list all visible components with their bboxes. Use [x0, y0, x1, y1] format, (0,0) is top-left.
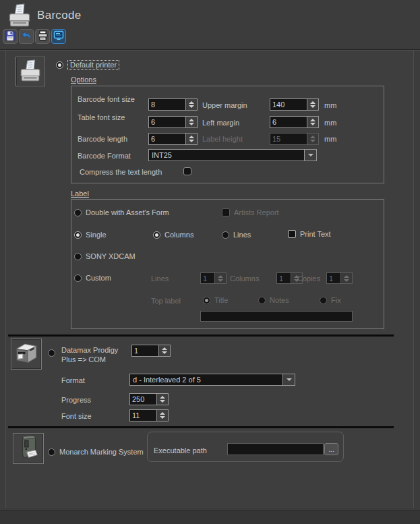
browse-button[interactable]: ... [324, 443, 338, 455]
spin-down-icon[interactable] [160, 400, 165, 403]
monarch-icon-box [13, 433, 44, 464]
barcode-font-size-spinner[interactable] [148, 98, 198, 111]
spinner-buttons[interactable] [156, 394, 168, 405]
radio-circle [258, 297, 266, 304]
spinner-buttons[interactable] [185, 134, 197, 144]
spin-up-icon [344, 275, 349, 278]
print-text-checkbox[interactable]: Print Text [288, 230, 331, 238]
print-preview-button[interactable] [51, 29, 66, 44]
format-dropdown[interactable]: d - Interleaved 2 of 5 [129, 374, 295, 386]
spin-up-icon[interactable] [162, 347, 167, 350]
datamax-icon-box [11, 339, 42, 370]
bottom-edge-strip [0, 510, 420, 524]
barcode-length-label: Barcode length [78, 135, 127, 143]
spin-up-icon[interactable] [310, 119, 316, 121]
lines-radio[interactable]: Lines [222, 231, 251, 239]
barcode-format-dropdown[interactable]: INT25 [148, 149, 317, 161]
upper-margin-input[interactable] [270, 99, 307, 110]
title-label: Title [214, 296, 228, 304]
executable-path-input[interactable] [227, 443, 324, 455]
spin-down-icon[interactable] [160, 416, 165, 419]
spin-up-icon[interactable] [189, 136, 194, 138]
radio-circle [320, 297, 327, 304]
spinner-buttons[interactable] [158, 345, 170, 356]
spin-up-icon [218, 275, 223, 278]
spin-up-icon[interactable] [189, 101, 194, 104]
barcode-font-size-input[interactable] [149, 99, 185, 110]
com-port-input[interactable] [132, 345, 158, 356]
custom-columns-input [277, 273, 291, 283]
checkbox-box [288, 230, 296, 238]
spinner-buttons [214, 273, 226, 283]
barcode-length-spinner[interactable] [148, 133, 198, 145]
sony-xdcam-radio[interactable]: SONY XDCAM [74, 252, 136, 260]
columns-radio[interactable]: Columns [153, 231, 193, 239]
spin-down-icon[interactable] [310, 105, 316, 108]
label-group-title: Label [71, 190, 89, 198]
artists-report-checkbox: Artists Report [222, 208, 279, 216]
monarch-radio[interactable]: Monarch Marking System [48, 448, 144, 456]
spinner-buttons[interactable] [156, 410, 168, 421]
spin-down-icon[interactable] [189, 105, 194, 108]
single-label: Single [86, 231, 107, 239]
section-separator [8, 334, 394, 337]
spinner-buttons[interactable] [307, 99, 318, 110]
barcode-settings-panel: Barcode [0, 0, 420, 524]
font-size-input[interactable] [130, 410, 156, 421]
progress-spinner[interactable] [129, 393, 169, 405]
spin-down-icon[interactable] [189, 140, 194, 142]
table-font-size-input[interactable] [149, 117, 185, 127]
spinner-buttons [307, 134, 318, 144]
spin-up-icon[interactable] [310, 101, 316, 104]
single-radio[interactable]: Single [74, 231, 107, 239]
barcode-length-input[interactable] [149, 134, 185, 144]
default-printer-label: Default printer [67, 60, 119, 70]
table-font-size-spinner[interactable] [148, 116, 198, 128]
label-group-box [71, 199, 384, 329]
spin-down-icon[interactable] [162, 351, 167, 354]
dropdown-arrow-button[interactable] [282, 374, 295, 385]
com-port-spinner[interactable] [131, 345, 171, 357]
double-with-assets-form-radio[interactable]: Double with Asset's Form [74, 208, 169, 216]
spin-up-icon [310, 136, 316, 138]
undo-button[interactable] [19, 29, 34, 44]
compress-text-length-checkbox[interactable] [183, 167, 191, 175]
fix-radio: Fix [320, 296, 341, 304]
spin-up-icon[interactable] [189, 119, 194, 121]
datamax-radio[interactable] [48, 349, 55, 357]
dropdown-arrow-button[interactable] [304, 150, 316, 161]
spinner-buttons[interactable] [185, 117, 197, 127]
datamax-label-line2: Plus => COM [61, 355, 106, 363]
spin-down-icon[interactable] [189, 123, 194, 125]
custom-copies-label: Copies [297, 274, 320, 283]
checkbox-box [222, 208, 230, 216]
custom-radio[interactable]: Custom [74, 274, 111, 282]
spin-up-icon[interactable] [160, 396, 165, 399]
radio-circle [74, 253, 82, 260]
spinner-buttons[interactable] [307, 117, 318, 127]
print-icon [37, 30, 49, 42]
spinner-buttons[interactable] [185, 99, 197, 110]
custom-copies-spinner [326, 272, 353, 284]
left-margin-label: Left margin [202, 119, 239, 127]
font-size-spinner[interactable] [129, 409, 169, 421]
radio-circle [203, 297, 210, 304]
custom-columns-label: Columns [230, 274, 259, 283]
spin-down-icon[interactable] [310, 123, 316, 125]
left-margin-input[interactable] [270, 117, 307, 127]
custom-lines-input [201, 273, 214, 283]
left-margin-spinner[interactable] [270, 116, 319, 128]
save-button[interactable] [3, 29, 18, 44]
upper-margin-spinner[interactable] [270, 98, 319, 111]
default-printer-radio[interactable]: Default printer [56, 60, 119, 70]
chevron-down-icon [287, 378, 292, 381]
label-height-input [270, 134, 307, 144]
progress-input[interactable] [130, 394, 156, 405]
spin-up-icon[interactable] [160, 412, 165, 415]
custom-lines-spinner [200, 272, 227, 284]
section-separator [8, 426, 394, 428]
print-button[interactable] [35, 29, 50, 44]
sony-xdcam-label: SONY XDCAM [86, 252, 136, 260]
radio-circle [74, 274, 82, 282]
label-height-unit: mm [324, 135, 336, 143]
